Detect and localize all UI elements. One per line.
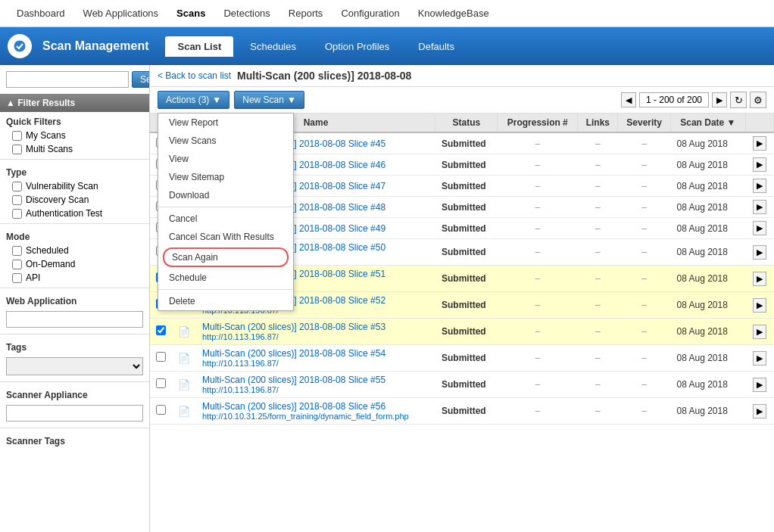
progression-cell: – [498, 197, 578, 218]
back-link[interactable]: < Back to scan list [158, 70, 231, 81]
dropdown-schedule[interactable]: Schedule [158, 269, 293, 287]
tab-option-profiles[interactable]: Option Profiles [313, 36, 401, 57]
row-action-btn[interactable]: ▶ [753, 351, 766, 366]
row-action-cell[interactable]: ▶ [745, 132, 773, 154]
nav-knowledgebase[interactable]: KnowledgeBase [409, 2, 498, 25]
search-input[interactable] [6, 71, 129, 88]
row-action-btn[interactable]: ▶ [753, 404, 766, 418]
nav-configuration[interactable]: Configuration [332, 2, 408, 25]
discovery-scan-checkbox[interactable] [12, 195, 22, 205]
status-cell: Submitted [435, 398, 498, 425]
content-area: < Back to scan list Multi-Scan (200 slic… [150, 65, 774, 532]
scan-url[interactable]: http://10.10.31.25/form_training/dynamic… [202, 412, 429, 421]
row-action-btn[interactable]: ▶ [753, 200, 766, 214]
scheduled-checkbox[interactable] [12, 246, 22, 256]
scan-url[interactable]: http://10.113.196.87/ [202, 359, 429, 368]
row-action-cell[interactable]: ▶ [745, 266, 773, 292]
filter-my-scans[interactable]: My Scans [0, 129, 149, 142]
dropdown-view-scans[interactable]: View Scans [158, 132, 293, 150]
filter-vulnerability-scan[interactable]: Vulnerability Scan [0, 179, 149, 193]
actions-button[interactable]: Actions (3) ▼ [158, 91, 229, 109]
row-action-btn[interactable]: ▶ [753, 157, 766, 172]
dropdown-scan-again[interactable]: Scan Again [163, 247, 289, 267]
pagination-area: ◀ 1 - 200 of 200 ▶ ↻ ⚙ [621, 92, 766, 108]
row-action-cell[interactable]: ▶ [745, 197, 773, 218]
nav-dashboard[interactable]: Dashboard [8, 2, 74, 25]
row-action-btn[interactable]: ▶ [753, 221, 766, 235]
scan-name-link[interactable]: Multi-Scan (200 slices)] 2018-08-08 Slic… [202, 348, 429, 359]
auth-test-label: Authentication Test [26, 208, 102, 219]
row-action-cell[interactable]: ▶ [745, 176, 773, 197]
row-action-cell[interactable]: ▶ [745, 218, 773, 239]
row-checkbox[interactable] [156, 405, 166, 415]
scan-url[interactable]: http://10.113.196.87/ [202, 385, 429, 394]
scan-name-link[interactable]: Multi-Scan (200 slices)] 2018-08-08 Slic… [202, 401, 429, 412]
row-action-btn[interactable]: ▶ [753, 378, 766, 392]
refresh-button[interactable]: ↻ [730, 92, 747, 108]
row-action-cell[interactable]: ▶ [745, 345, 773, 372]
filter-results-header[interactable]: ▲ Filter Results [0, 94, 149, 112]
date-cell: 08 Aug 2018 [670, 154, 745, 176]
links-cell: – [578, 239, 618, 266]
scan-name-link[interactable]: Multi-Scan (200 slices)] 2018-08-08 Slic… [202, 322, 429, 332]
dropdown-view-report[interactable]: View Report [158, 114, 293, 132]
row-action-btn[interactable]: ▶ [753, 298, 766, 313]
nav-web-applications[interactable]: Web Applications [74, 2, 168, 25]
dropdown-delete[interactable]: Delete [158, 292, 293, 310]
vulnerability-scan-checkbox[interactable] [12, 182, 22, 191]
tab-defaults[interactable]: Defaults [406, 36, 467, 57]
svg-point-0 [14, 40, 26, 52]
row-checkbox[interactable] [156, 352, 166, 362]
row-action-cell[interactable]: ▶ [745, 239, 773, 266]
auth-test-checkbox[interactable] [12, 209, 22, 219]
filter-multi-scans[interactable]: Multi Scans [0, 142, 149, 156]
web-app-input[interactable] [6, 311, 143, 328]
row-action-btn[interactable]: ▶ [753, 179, 766, 193]
search-button[interactable]: Search [132, 71, 150, 88]
row-action-cell[interactable]: ▶ [745, 319, 773, 345]
nav-reports[interactable]: Reports [279, 2, 332, 25]
settings-button[interactable]: ⚙ [750, 92, 766, 108]
row-checkbox[interactable] [156, 325, 166, 335]
nav-detections[interactable]: Detections [214, 2, 279, 25]
dropdown-view-sitemap[interactable]: View Sitemap [158, 168, 293, 186]
scan-url[interactable]: http://10.113.196.87/ [202, 332, 429, 341]
filter-scheduled[interactable]: Scheduled [0, 244, 149, 257]
on-demand-label: On-Demand [26, 259, 75, 269]
prev-page-button[interactable]: ◀ [621, 92, 636, 107]
new-scan-button[interactable]: New Scan ▼ [234, 91, 304, 109]
severity-cell: – [618, 197, 671, 218]
row-action-btn[interactable]: ▶ [753, 272, 766, 286]
row-action-btn[interactable]: ▶ [753, 325, 766, 339]
dropdown-download[interactable]: Download [158, 186, 293, 204]
dropdown-view[interactable]: View [158, 150, 293, 168]
next-page-button[interactable]: ▶ [712, 92, 727, 107]
row-action-cell[interactable]: ▶ [745, 154, 773, 176]
new-scan-arrow: ▼ [287, 95, 296, 105]
row-checkbox[interactable] [156, 378, 166, 388]
my-scans-checkbox[interactable] [12, 131, 22, 141]
top-nav: Dashboard Web Applications Scans Detecti… [0, 0, 774, 27]
multi-scans-checkbox[interactable] [12, 145, 22, 154]
row-action-cell[interactable]: ▶ [745, 292, 773, 319]
row-action-btn[interactable]: ▶ [753, 136, 766, 151]
links-cell: – [578, 154, 618, 176]
filter-on-demand[interactable]: On-Demand [0, 257, 149, 271]
row-action-btn[interactable]: ▶ [753, 245, 766, 260]
tab-scan-list[interactable]: Scan List [165, 36, 233, 57]
filter-api[interactable]: API [0, 271, 149, 285]
search-row: Search [6, 71, 143, 88]
tab-schedules[interactable]: Schedules [238, 36, 308, 57]
filter-discovery-scan[interactable]: Discovery Scan [0, 193, 149, 207]
on-demand-checkbox[interactable] [12, 260, 22, 269]
scan-name-link[interactable]: Multi-Scan (200 slices)] 2018-08-08 Slic… [202, 375, 429, 385]
scanner-appliance-input[interactable] [6, 405, 143, 422]
filter-auth-test[interactable]: Authentication Test [0, 207, 149, 220]
row-action-cell[interactable]: ▶ [745, 372, 773, 398]
api-checkbox[interactable] [12, 273, 22, 283]
nav-scans[interactable]: Scans [167, 2, 214, 25]
dropdown-cancel[interactable]: Cancel [158, 210, 293, 228]
tags-select[interactable] [6, 357, 143, 375]
row-action-cell[interactable]: ▶ [745, 398, 773, 425]
dropdown-cancel-with-results[interactable]: Cancel Scan With Results [158, 228, 293, 246]
